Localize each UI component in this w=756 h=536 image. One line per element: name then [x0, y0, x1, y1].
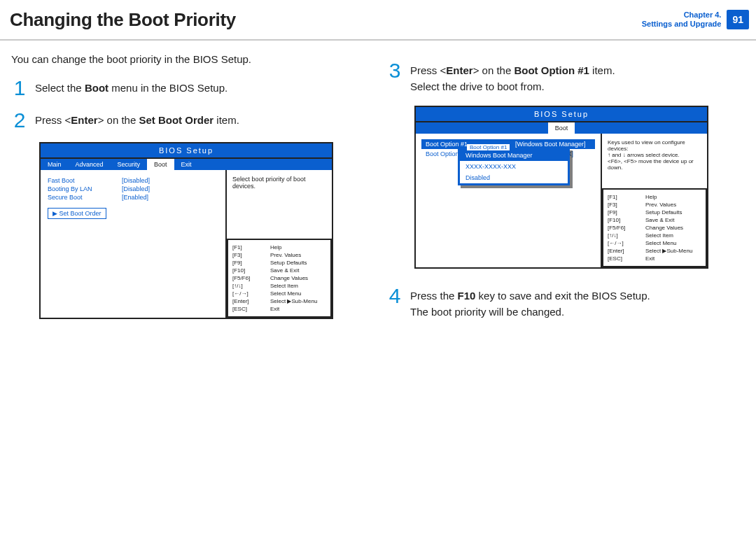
step-2: 2 Press <Enter> on the Set Boot Order it… [11, 110, 364, 131]
help-key: [←/→] [608, 240, 640, 246]
step-number: 2 [11, 110, 28, 131]
help-val: Select ▶Sub-Menu [645, 248, 692, 254]
help-val: Change Values [270, 275, 308, 281]
bios-key: Booting By LAN [48, 185, 118, 192]
help-key: [F10] [232, 267, 265, 274]
bios-setup-panel-1: BIOS Setup Main Advanced Security Boot E… [39, 142, 333, 319]
help-key: [↑/↓] [232, 283, 265, 289]
tab-boot: Boot [548, 122, 575, 134]
help-val: Select Menu [270, 290, 301, 297]
bios-setup-panel-2: BIOS Setup Boot Boot Option #1[Windows B… [414, 106, 708, 269]
step-number: 4 [386, 285, 403, 320]
help-val: Save & Exit [270, 267, 299, 274]
bios-selected-row: ▶ Set Boot Order [48, 208, 106, 219]
bios-side-text: Keys used to view on configure devices: … [608, 139, 701, 188]
chapter-box: Chapter 4. Settings and Upgrade 91 [642, 10, 756, 29]
help-val: Prev. Values [270, 252, 301, 258]
step-item: Boot Option #1 [514, 64, 589, 76]
bios-value: [Disabled] [122, 185, 150, 192]
bios-help-box: [F1]Help [F3]Prev. Values [F9]Setup Defa… [602, 188, 707, 267]
help-val: Exit [270, 306, 279, 312]
bios-value: [Enabled] [122, 194, 148, 201]
help-val: Help [270, 244, 281, 251]
popup-item: Disabled [460, 172, 568, 183]
help-key: [F5/F6] [608, 225, 640, 231]
step-text: > on the [473, 64, 514, 76]
help-val: Select Item [270, 283, 298, 289]
help-key: [ESC] [608, 255, 640, 262]
step-line2: Select the drive to boot from. [410, 79, 615, 95]
help-key: [Enter] [232, 298, 265, 304]
help-val: Select ▶Sub-Menu [270, 298, 317, 304]
bios-tabs: Boot [416, 122, 707, 134]
popup-legend: Boot Option #1 [467, 144, 510, 150]
step-item: Set Boot Order [139, 114, 214, 126]
popup-item-selected: Windows Boot Manager [460, 150, 568, 161]
step-text: Press < [410, 64, 446, 76]
bios-key: Secure Boot [48, 194, 118, 201]
boot-option-popup: Boot Option #1 Windows Boot Manager XXXX… [458, 148, 570, 185]
step-text: item. [589, 64, 615, 76]
help-key: [F9] [232, 260, 265, 266]
tab-security: Security [111, 159, 148, 170]
help-val: Setup Defaults [645, 209, 682, 216]
help-val: Help [645, 194, 657, 200]
help-key: [F3] [608, 202, 640, 208]
help-val: Select Menu [645, 240, 676, 246]
bios-tabs: Main Advanced Security Boot Exit [41, 159, 332, 170]
step-4: 4 Press the F10 key to save and exit the… [386, 285, 739, 320]
step-key: Enter [71, 114, 97, 126]
tab-advanced: Advanced [69, 159, 111, 170]
help-val: Exit [645, 255, 654, 262]
step-key: Enter [446, 64, 472, 76]
bios-title: BIOS Setup [416, 107, 707, 122]
step-text: > on the [98, 114, 139, 126]
tab-main: Main [41, 159, 69, 170]
step-key: F10 [458, 290, 476, 302]
step-text: item. [214, 114, 239, 126]
help-key: [F9] [608, 209, 640, 216]
help-val: Prev. Values [645, 202, 676, 208]
step-text: menu in the BIOS Setup. [108, 82, 227, 94]
bios-help-box: [F1]Help [F3]Prev. Values [F9]Setup Defa… [227, 239, 332, 318]
bios-title: BIOS Setup [41, 143, 332, 159]
step-3: 3 Press <Enter> on the Boot Option #1 it… [386, 60, 739, 94]
bios-row: Fast Boot[Disabled] [48, 177, 218, 184]
bios-row: Booting By LAN[Disabled] [48, 185, 218, 192]
help-key: [F3] [232, 252, 265, 258]
page-title: Changing the Boot Priority [10, 9, 642, 31]
help-val: Change Values [645, 225, 683, 231]
tab-boot: Boot [147, 159, 174, 170]
help-key: [↑/↓] [608, 232, 640, 239]
bios-side-text: Select boot priority of boot devices. [232, 176, 326, 239]
bios-key: Fast Boot [48, 177, 118, 184]
bios-value: [Windows Boot Manager] [515, 141, 586, 148]
page-number: 91 [727, 10, 749, 29]
step-bold: Boot [85, 82, 108, 94]
bios-value: [Disabled] [122, 177, 150, 184]
intro-text: You can change the boot priority in the … [11, 53, 364, 65]
help-key: [Enter] [608, 248, 640, 254]
step-number: 1 [11, 78, 28, 99]
step-text: key to save and exit the BIOS Setup. [475, 290, 650, 302]
header-divider [0, 39, 756, 41]
help-val: Setup Defaults [270, 260, 307, 266]
help-val: Save & Exit [645, 217, 674, 223]
help-key: [F5/F6] [232, 275, 265, 281]
step-text: Press the [410, 290, 458, 302]
bios-row: Secure Boot[Enabled] [48, 194, 218, 201]
popup-item: XXXX-XXXX-XXX [460, 161, 568, 172]
help-key: [ESC] [232, 306, 265, 312]
step-text: Select the [35, 82, 85, 94]
step-number: 3 [386, 60, 403, 94]
step-text: Press < [35, 114, 71, 126]
chapter-line1: Chapter 4. [642, 10, 722, 20]
tab-exit: Exit [174, 159, 199, 170]
help-key: [←/→] [232, 290, 265, 297]
help-key: [F1] [608, 194, 640, 200]
help-val: Select Item [645, 232, 673, 239]
step-line2: The boot priority will be changed. [410, 304, 650, 320]
help-key: [F10] [608, 217, 640, 223]
help-key: [F1] [232, 244, 265, 251]
step-1: 1 Select the Boot menu in the BIOS Setup… [11, 78, 364, 99]
